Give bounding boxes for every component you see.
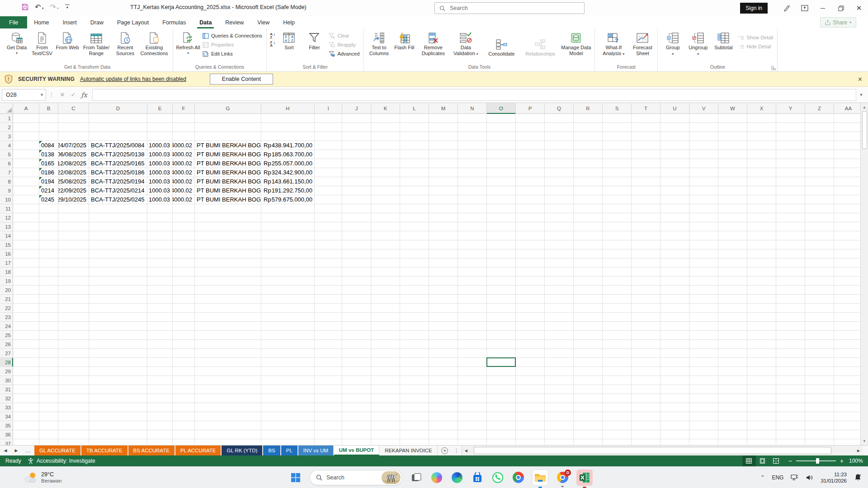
- row-header-37[interactable]: 37: [0, 439, 13, 445]
- cell-E31[interactable]: [147, 385, 173, 394]
- cell-K7[interactable]: [371, 168, 400, 177]
- zoom-in-icon[interactable]: +: [840, 457, 844, 465]
- cell-Z3[interactable]: [805, 132, 834, 141]
- cell-P6[interactable]: [516, 159, 545, 168]
- cell-V30[interactable]: [689, 376, 718, 385]
- cell-S5[interactable]: [603, 150, 632, 159]
- cell-Q30[interactable]: [545, 376, 574, 385]
- cell-T19[interactable]: [632, 277, 660, 286]
- cell-R37[interactable]: [574, 439, 603, 445]
- cell-V26[interactable]: [689, 340, 718, 349]
- cell-R6[interactable]: [574, 159, 603, 168]
- sheet-tab-um-vs-bupot[interactable]: UM vs BUPOT: [334, 446, 379, 455]
- cell-A34[interactable]: [13, 412, 39, 421]
- cell-K25[interactable]: [371, 331, 400, 340]
- cell-B34[interactable]: [39, 412, 58, 421]
- cell-M14[interactable]: [429, 231, 458, 240]
- cell-AA12[interactable]: [834, 213, 860, 222]
- cell-H20[interactable]: [261, 286, 315, 295]
- cell-W36[interactable]: [718, 430, 747, 439]
- insert-function-icon[interactable]: ƒx: [79, 91, 90, 99]
- cell-D37[interactable]: [89, 439, 147, 445]
- cell-Y6[interactable]: [776, 159, 805, 168]
- cell-AA23[interactable]: [834, 313, 860, 322]
- cell-L6[interactable]: [400, 159, 429, 168]
- cell-A35[interactable]: [13, 421, 39, 430]
- row-header-16[interactable]: 16: [0, 249, 13, 258]
- cell-V3[interactable]: [689, 132, 718, 141]
- cell-AA9[interactable]: [834, 186, 860, 195]
- cell-U16[interactable]: [660, 249, 689, 258]
- cell-W7[interactable]: [718, 168, 747, 177]
- ungroup-button[interactable]: Ungroup▾: [685, 30, 711, 63]
- cell-G30[interactable]: [195, 376, 261, 385]
- cell-V2[interactable]: [689, 123, 718, 132]
- cell-A9[interactable]: [13, 186, 39, 195]
- cell-W1[interactable]: [718, 114, 747, 123]
- cell-U4[interactable]: [660, 141, 689, 150]
- cell-R35[interactable]: [574, 421, 603, 430]
- cell-G26[interactable]: [195, 340, 261, 349]
- cell-O35[interactable]: [487, 421, 516, 430]
- cell-W5[interactable]: [718, 150, 747, 159]
- cell-P17[interactable]: [516, 258, 545, 267]
- cell-B1[interactable]: [39, 114, 58, 123]
- cell-S36[interactable]: [603, 430, 632, 439]
- cell-U5[interactable]: [660, 150, 689, 159]
- cell-W14[interactable]: [718, 231, 747, 240]
- cell-S17[interactable]: [603, 258, 632, 267]
- cell-G20[interactable]: [195, 286, 261, 295]
- cell-N27[interactable]: [458, 349, 487, 358]
- sheet-tab-pl-accurate[interactable]: PL ACCURATE: [175, 446, 222, 455]
- scroll-left-icon[interactable]: ◀: [462, 446, 470, 455]
- cell-G11[interactable]: [195, 204, 261, 213]
- cell-Z15[interactable]: [805, 240, 834, 249]
- cell-W15[interactable]: [718, 240, 747, 249]
- cell-AA21[interactable]: [834, 295, 860, 304]
- cell-T23[interactable]: [632, 313, 660, 322]
- cell-L23[interactable]: [400, 313, 429, 322]
- cell-X31[interactable]: [747, 385, 776, 394]
- cell-R31[interactable]: [574, 385, 603, 394]
- from-table-range-button[interactable]: From Table/ Range: [80, 30, 113, 63]
- cell-V32[interactable]: [689, 394, 718, 403]
- cell-M3[interactable]: [429, 132, 458, 141]
- cell-L27[interactable]: [400, 349, 429, 358]
- excel-taskbar-button[interactable]: [576, 469, 593, 486]
- cell-Y20[interactable]: [776, 286, 805, 295]
- cell-Z34[interactable]: [805, 412, 834, 421]
- cell-W16[interactable]: [718, 249, 747, 258]
- cell-R10[interactable]: [574, 195, 603, 204]
- cell-S1[interactable]: [603, 114, 632, 123]
- cell-AA7[interactable]: [834, 168, 860, 177]
- cell-W30[interactable]: [718, 376, 747, 385]
- cell-D14[interactable]: [89, 231, 147, 240]
- cell-O13[interactable]: [487, 222, 516, 231]
- manage-data-model-button[interactable]: Manage Data Model: [560, 30, 592, 63]
- cell-T4[interactable]: [632, 141, 660, 150]
- cell-W26[interactable]: [718, 340, 747, 349]
- cell-S24[interactable]: [603, 322, 632, 331]
- cell-L14[interactable]: [400, 231, 429, 240]
- cell-N26[interactable]: [458, 340, 487, 349]
- horizontal-scrollbar[interactable]: ◀ ▶: [462, 446, 863, 455]
- cell-P2[interactable]: [516, 123, 545, 132]
- cell-M27[interactable]: [429, 349, 458, 358]
- cell-U32[interactable]: [660, 394, 689, 403]
- inking-icon[interactable]: [778, 5, 796, 12]
- cell-A1[interactable]: [13, 114, 39, 123]
- cell-R14[interactable]: [574, 231, 603, 240]
- cell-V9[interactable]: [689, 186, 718, 195]
- customize-quick-access-icon[interactable]: ▾: [65, 5, 70, 9]
- cell-T36[interactable]: [632, 430, 660, 439]
- cell-M34[interactable]: [429, 412, 458, 421]
- cell-T35[interactable]: [632, 421, 660, 430]
- cell-J15[interactable]: [342, 240, 371, 249]
- cell-C13[interactable]: [58, 222, 89, 231]
- cell-D3[interactable]: [89, 132, 147, 141]
- cell-L21[interactable]: [400, 295, 429, 304]
- cell-U11[interactable]: [660, 204, 689, 213]
- cell-C34[interactable]: [58, 412, 89, 421]
- cell-D22[interactable]: [89, 304, 147, 313]
- cell-B37[interactable]: [39, 439, 58, 445]
